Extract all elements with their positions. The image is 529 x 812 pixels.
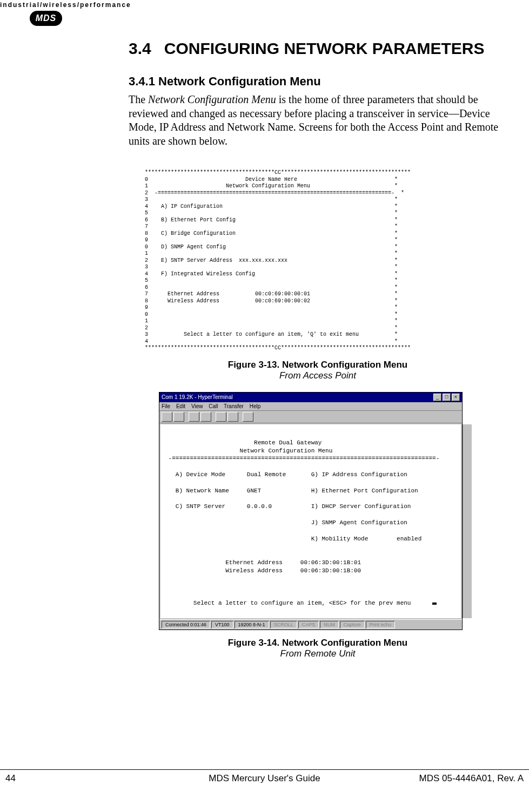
para-pre: The: [129, 93, 148, 105]
status-emulation: VT100: [211, 621, 233, 628]
term-line: 3 *: [145, 197, 398, 202]
window-toolbar: [159, 411, 462, 423]
vertical-scrollbar[interactable]: [463, 424, 472, 618]
term-line: A) Device Mode Dual Remote G) IP Address…: [165, 471, 407, 478]
header-tagline: industrial/wireless/performance: [0, 1, 131, 9]
term-line: 6 *: [145, 285, 398, 290]
toolbar-button[interactable]: [162, 412, 172, 422]
term-line: 8 Wireless Address 00:c0:69:00:00:02 *: [145, 298, 398, 304]
subsection-heading: 3.4.1 Network Configuration Menu: [129, 75, 507, 89]
subsection-number: 3.4.1: [129, 75, 155, 88]
term-line: 9 *: [145, 237, 398, 243]
figure-caption-2: Figure 3-14. Network Configuration Menu …: [129, 638, 507, 659]
term-line: 3 Select a letter to configure an item, …: [145, 331, 398, 337]
menu-view[interactable]: View: [191, 403, 203, 409]
toolbar-button[interactable]: [227, 412, 238, 422]
subsection-title: Network Configuration Menu: [158, 75, 321, 88]
minimize-button[interactable]: _: [433, 394, 441, 401]
term-line: 9 *: [145, 304, 398, 310]
text-cursor: [432, 603, 437, 605]
close-button[interactable]: ×: [452, 394, 460, 401]
menu-call[interactable]: Call: [209, 403, 218, 409]
term-line: Wireless Address 00:06:3D:00:1B:00: [165, 567, 361, 574]
toolbar-button[interactable]: [200, 412, 211, 422]
hyperterminal-window: Com 1 19.2K - HyperTerminal _ □ × File E…: [159, 392, 463, 630]
figure-label-bold: Figure 3-14. Network Configuration Menu: [129, 638, 507, 648]
menu-help[interactable]: Help: [250, 403, 261, 409]
terminal-body[interactable]: Remote Dual Gateway Network Configuratio…: [160, 424, 461, 618]
footer-center: MDS Mercury User's Guide: [0, 773, 529, 784]
terminal-screenshot-ap: ****************************************…: [145, 170, 507, 352]
term-line: 4 A) IP Configuration *: [145, 204, 398, 209]
toolbar-button[interactable]: [243, 412, 253, 422]
term-line: -=======================================…: [165, 455, 439, 462]
menu-edit[interactable]: Edit: [176, 403, 185, 409]
figure-label-italic: From Access Point: [129, 370, 507, 381]
figure-caption-1: Figure 3-13. Network Configuration Menu …: [129, 360, 507, 381]
section-heading: 3.4CONFIGURING NETWORK PARAMETERS: [129, 39, 507, 58]
window-menubar: File Edit View Call Transfer Help: [159, 402, 462, 411]
section-title: CONFIGURING NETWORK PARAMETERS: [164, 39, 485, 57]
term-line: J) SNMP Agent Configuration: [165, 519, 407, 526]
figure-label-italic: From Remote Unit: [129, 648, 507, 659]
term-line: C) SNTP Server 0.0.0.0 I) DHCP Server Co…: [165, 503, 411, 510]
term-line: Select a letter to configure an item, <E…: [165, 600, 411, 606]
window-titlebar: Com 1 19.2K - HyperTerminal _ □ ×: [159, 393, 462, 402]
menu-file[interactable]: File: [162, 403, 170, 409]
term-line: 1 Network Configuration Menu *: [145, 183, 398, 189]
window-statusbar: Connected 0:01:46 VT100 19200 8-N-1 SCRO…: [159, 619, 462, 630]
term-line: 7 *: [145, 224, 398, 229]
term-line: 0 Device Name Here *: [145, 177, 398, 182]
term-line: Ethernet Address 00:06:3D:00:1B:01: [165, 559, 361, 566]
term-line: B) Network Name GNET H) Ethernet Port Co…: [165, 488, 418, 494]
toolbar-button[interactable]: [189, 412, 199, 422]
term-line: 6 B) Ethernet Port Config *: [145, 217, 398, 223]
status-capture: Capture: [340, 621, 365, 628]
status-printecho: Print echo: [366, 621, 396, 628]
term-line: 8 C) Bridge Configuration *: [145, 231, 398, 236]
intro-paragraph: The Network Configuration Menu is the ho…: [129, 93, 507, 148]
status-port-settings: 19200 8-N-1: [235, 621, 269, 628]
page-footer: 44 MDS Mercury User's Guide MDS 05-4446A…: [0, 769, 529, 784]
status-connected: Connected 0:01:46: [162, 621, 210, 628]
figure-label-bold: Figure 3-13. Network Configuration Menu: [129, 360, 507, 370]
term-line: 2 *: [145, 325, 398, 331]
window-title: Com 1 19.2K - HyperTerminal: [162, 394, 233, 400]
term-line: 0 *: [145, 312, 398, 317]
term-line: 3 *: [145, 264, 398, 270]
term-line: ****************************************…: [145, 345, 411, 351]
term-line: 2 E) SNTP Server Address xxx.xxx.xxx.xxx…: [145, 258, 398, 263]
para-italic-term: Network Configuration Menu: [148, 93, 276, 105]
status-caps: CAPS: [298, 621, 319, 628]
mds-logo: MDS: [30, 11, 62, 26]
status-scroll: SCROLL: [270, 621, 297, 628]
term-line: Remote Dual Gateway: [165, 439, 322, 446]
term-line: 1 *: [145, 318, 398, 324]
term-line: 2 -=====================================…: [145, 190, 404, 196]
term-line: 1 *: [145, 251, 398, 256]
term-line: ****************************************…: [145, 170, 411, 175]
toolbar-button[interactable]: [216, 412, 226, 422]
term-line: 7 Ethernet Address 00:c0:69:00:00:01 *: [145, 291, 398, 297]
term-line: 4 *: [145, 339, 398, 344]
term-line: Network Configuration Menu: [165, 448, 332, 454]
term-line: 5 *: [145, 210, 398, 216]
toolbar-button[interactable]: [173, 412, 184, 422]
term-line: 0 D) SNMP Agent Config *: [145, 244, 398, 250]
term-line: K) Mobility Mode enabled: [165, 536, 421, 542]
section-number: 3.4: [129, 39, 151, 58]
term-line: 4 F) Integrated Wireless Config *: [145, 271, 398, 277]
menu-transfer[interactable]: Transfer: [224, 403, 244, 409]
term-line: 5 *: [145, 278, 398, 283]
maximize-button[interactable]: □: [443, 394, 451, 401]
status-num: NUM: [320, 621, 339, 628]
